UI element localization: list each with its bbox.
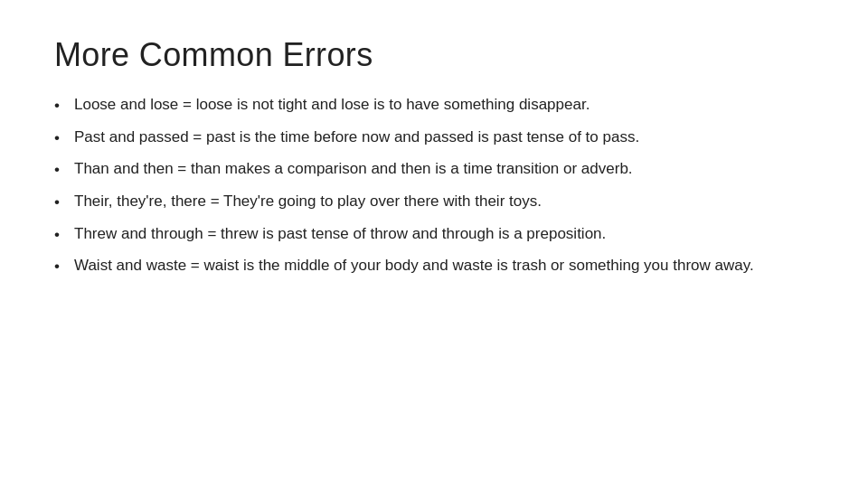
bullet-text-their-theyre-there: Their, they're, there = They're going to…: [74, 191, 814, 213]
bullet-text-waist-waste: Waist and waste = waist is the middle of…: [74, 255, 814, 277]
slide: More Common Errors • Loose and lose = lo…: [0, 0, 868, 488]
slide-title: More Common Errors: [54, 36, 814, 74]
bullet-text-loose-lose: Loose and lose = loose is not tight and …: [74, 94, 814, 117]
bullet-text-than-then: Than and then = than makes a comparison …: [74, 158, 814, 181]
bullet-item-waist-waste: • Waist and waste = waist is the middle …: [54, 255, 814, 278]
bullet-list: • Loose and lose = loose is not tight an…: [54, 94, 814, 278]
bullet-dot: •: [54, 192, 74, 214]
bullet-item-past-passed: • Past and passed = past is the time bef…: [54, 127, 814, 150]
bullet-dot: •: [54, 95, 74, 117]
bullet-dot: •: [54, 224, 74, 247]
bullet-dot: •: [54, 127, 74, 150]
bullet-item-threw-through: • Threw and through = threw is past tens…: [54, 223, 814, 247]
bullet-item-their-theyre-there: • Their, they're, there = They're going …: [54, 191, 814, 214]
bullet-item-than-then: • Than and then = than makes a compariso…: [54, 158, 814, 182]
bullet-dot: •: [54, 256, 74, 278]
bullet-item-loose-lose: • Loose and lose = loose is not tight an…: [54, 94, 814, 117]
bullet-text-threw-through: Threw and through = threw is past tense …: [74, 223, 814, 246]
bullet-text-past-passed: Past and passed = past is the time befor…: [74, 127, 814, 149]
bullet-dot: •: [54, 159, 74, 182]
